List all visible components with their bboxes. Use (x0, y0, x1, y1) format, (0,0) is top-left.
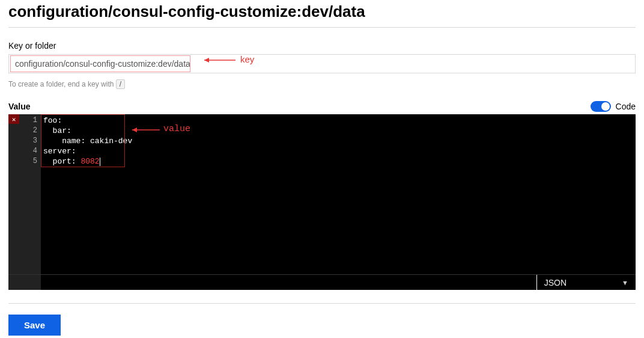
folder-hint-text: To create a folder, end a key with (8, 80, 116, 88)
page-title: configuration/consul-config-customize:de… (8, 0, 636, 27)
editor-gutter: 1 2 3 4 5 (8, 114, 41, 290)
section-divider (8, 27, 636, 28)
section-divider (8, 303, 636, 304)
line-number: 4 (8, 146, 37, 156)
folder-hint-key: / (116, 79, 125, 89)
line-number: 3 (8, 136, 37, 146)
key-input[interactable] (8, 54, 636, 73)
toggle-knob (601, 102, 610, 111)
value-label: Value (8, 102, 31, 111)
code-line: name: cakin-dev (43, 137, 132, 146)
line-number: 5 (8, 156, 37, 167)
code-toggle[interactable] (591, 101, 611, 112)
code-line: foo: (43, 116, 62, 125)
code-toggle-label: Code (616, 102, 636, 111)
code-editor[interactable]: ✕ 1 2 3 4 5 foo: bar: name: cakin-dev se… (8, 114, 636, 290)
line-number: 2 (8, 126, 37, 136)
save-button[interactable]: Save (8, 315, 61, 336)
status-divider (536, 275, 537, 290)
close-icon[interactable]: ✕ (8, 114, 19, 124)
folder-hint: To create a folder, end a key with / (8, 79, 636, 89)
key-label: Key or folder (8, 41, 636, 51)
language-selector[interactable]: JSON (544, 278, 567, 287)
code-line: port: 8082 (43, 157, 100, 166)
editor-content[interactable]: foo: bar: name: cakin-dev server: port: … (41, 114, 636, 290)
editor-status-bar: JSON ▼ (8, 274, 636, 290)
chevron-down-icon[interactable]: ▼ (622, 279, 628, 286)
code-line: bar: (43, 126, 71, 135)
code-line: server: (43, 147, 76, 156)
